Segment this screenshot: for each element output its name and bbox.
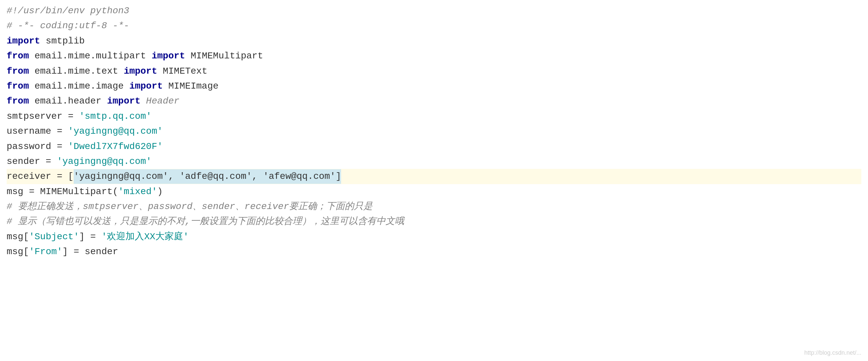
- token-normal: sender =: [7, 154, 57, 169]
- token-keyword: import: [7, 34, 40, 48]
- token-normal: ] =: [79, 230, 101, 244]
- token-string: 'From': [29, 244, 62, 259]
- token-normal: username =: [7, 124, 68, 138]
- token-keyword: import: [124, 64, 157, 78]
- code-lines: #!/usr/bin/env python3# -*- coding:utf-8…: [7, 3, 861, 260]
- token-normal: ] = sender: [62, 244, 118, 259]
- token-string: 'yagingng@qq.com': [57, 154, 152, 169]
- code-line: msg['Subject'] = '欢迎加入XX大家庭': [7, 229, 861, 244]
- token-comment: Header: [141, 94, 180, 108]
- token-keyword: import: [152, 49, 185, 63]
- code-line: # 要想正确发送，smtpserver、password、sender、rece…: [7, 199, 861, 214]
- code-line: password = 'Dwedl7X7fwd620F': [7, 139, 861, 154]
- token-normal: ): [157, 184, 163, 199]
- code-line: # 显示（写错也可以发送，只是显示的不对,一般设置为下面的比较合理），这里可以含…: [7, 214, 861, 229]
- code-line: from email.mime.text import MIMEText: [7, 64, 861, 79]
- code-line: msg = MIMEMultipart('mixed'): [7, 184, 861, 199]
- token-string: 'yagingng@qq.com': [68, 124, 163, 138]
- token-keyword: import: [107, 94, 141, 108]
- code-line: username = 'yagingng@qq.com': [7, 124, 861, 139]
- token-string: 'Subject': [29, 230, 79, 244]
- code-line: sender = 'yagingng@qq.com': [7, 154, 861, 169]
- code-line: import smtplib: [7, 33, 861, 49]
- token-normal: MIMEMultipart: [185, 49, 263, 63]
- token-keyword: from: [7, 79, 29, 93]
- token-comment: # 显示（写错也可以发送，只是显示的不对,一般设置为下面的比较合理），这里可以含…: [7, 214, 404, 229]
- token-string: '欢迎加入XX大家庭': [101, 230, 189, 244]
- code-line: msg['From'] = sender: [7, 244, 861, 259]
- token-normal: receiver = [: [7, 169, 74, 183]
- token-normal: msg[: [7, 244, 29, 259]
- code-line: # -*- coding:utf-8 -*-: [7, 18, 861, 33]
- token-keyword: from: [7, 49, 29, 63]
- token-keyword: from: [7, 94, 29, 108]
- token-normal: MIMEImage: [163, 79, 219, 93]
- code-line: #!/usr/bin/env python3: [7, 3, 861, 18]
- token-normal: email.mime.multipart: [29, 49, 152, 63]
- token-normal-bracket: ]: [336, 169, 341, 183]
- code-line: from email.header import Header: [7, 94, 861, 109]
- token-string: 'mixed': [118, 184, 157, 199]
- token-string: 'smtp.qq.com': [79, 109, 151, 123]
- token-normal: password =: [7, 139, 68, 154]
- token-normal: MIMEText: [157, 64, 207, 78]
- code-editor: #!/usr/bin/env python3# -*- coding:utf-8…: [0, 0, 868, 361]
- code-line: from email.mime.image import MIMEImage: [7, 79, 861, 94]
- token-normal: smtpserver =: [7, 109, 79, 123]
- token-normal: email.mime.text: [29, 64, 124, 78]
- code-line: from email.mime.multipart import MIMEMul…: [7, 49, 861, 63]
- token-normal: msg[: [7, 230, 29, 244]
- token-comment: # 要想正确发送，smtpserver、password、sender、rece…: [7, 200, 373, 214]
- token-keyword: from: [7, 64, 29, 78]
- token-comment: #!/usr/bin/env python3: [7, 4, 129, 18]
- token-keyword: import: [129, 79, 163, 93]
- token-string: 'Dwedl7X7fwd620F': [68, 139, 163, 154]
- token-normal: smtplib: [40, 34, 85, 48]
- token-normal: email.header: [29, 94, 107, 108]
- watermark: http://blog.csdn.net/...: [804, 349, 861, 358]
- code-line: smtpserver = 'smtp.qq.com': [7, 109, 861, 124]
- token-comment: # -*- coding:utf-8 -*-: [7, 19, 129, 33]
- token-normal: msg = MIMEMultipart(: [7, 184, 118, 199]
- token-normal: email.mime.image: [29, 79, 129, 93]
- token-string-bracket: 'yagingng@qq.com', 'adfe@qq.com', 'afew@…: [74, 169, 336, 183]
- code-line: receiver = ['yagingng@qq.com', 'adfe@qq.…: [7, 169, 861, 184]
